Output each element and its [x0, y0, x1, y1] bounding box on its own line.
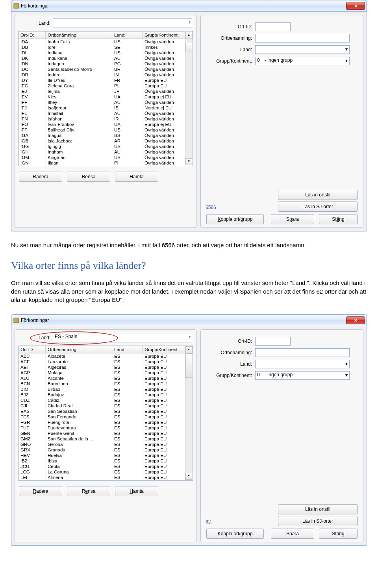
koppla-button[interactable]: Koppla ort/grupp — [206, 529, 264, 539]
table-row[interactable]: ACELanzaroteESEuropa EU — [19, 359, 193, 364]
cell-land: AR — [112, 138, 143, 144]
table-row[interactable]: IFFIffleyAUÖvriga världen — [19, 100, 193, 105]
col-land[interactable]: Land: — [112, 346, 143, 353]
spara-button[interactable]: Spara — [271, 214, 314, 224]
table-row[interactable]: IDNIndagenPGÖvriga världen — [19, 61, 193, 67]
table-row[interactable]: FESSan FernandoESEuropa EU — [19, 414, 193, 420]
table-row[interactable]: IDBIdreSEInrikes — [19, 44, 193, 50]
col-ortben[interactable]: Ortbenämning: — [46, 346, 112, 353]
lasin-ortsfil-button[interactable]: Läs in ortsfil — [278, 504, 358, 514]
scroll-up-icon[interactable]: ▲ — [185, 32, 192, 39]
cell-id: IFL — [19, 111, 46, 116]
table-row[interactable]: IGMKingmanUSÖvriga världen — [19, 155, 193, 160]
input-ortid[interactable] — [255, 337, 291, 346]
close-button[interactable]: ✕ — [346, 316, 365, 324]
table-row[interactable]: IGHInghamAUÖvriga världen — [19, 149, 193, 155]
table-row[interactable]: LCGLa CorunaESEuropa EU — [19, 469, 193, 475]
table-row[interactable]: IFOIvan-FrankovUAEuropa ej EU — [19, 122, 193, 127]
input-ortid[interactable] — [255, 22, 291, 31]
col-ortid[interactable]: Ort-ID: — [19, 31, 46, 39]
cell-id: IBZ — [19, 458, 46, 464]
land-combo[interactable]: ES - Spain▾ — [53, 333, 192, 342]
col-ortben[interactable]: Ortbenämning: — [46, 31, 112, 39]
table-row[interactable]: IGBIsla JacbacciARÖvriga världen — [19, 138, 193, 144]
lasin-ortsfil-button[interactable]: Läs in ortsfil — [278, 190, 358, 200]
table-row[interactable]: GRXGranadaESEuropa EU — [19, 447, 193, 453]
stang-button[interactable]: Stäng — [319, 529, 358, 539]
ort-list[interactable]: Ort-ID: Ortbenämning: Land: Grupp/Kontin… — [18, 346, 193, 481]
table-row[interactable]: JCUCeutaESEuropa EU — [19, 464, 193, 469]
table-row[interactable]: CJICiudad RealESEuropa EU — [19, 403, 193, 409]
table-row[interactable]: IEJIeijmaJPÖvriga världen — [19, 89, 193, 94]
table-row[interactable]: GENPuente GenilESEuropa EU — [19, 431, 193, 436]
table-row[interactable]: HEVHuelvaESEuropa EU — [19, 453, 193, 458]
table-row[interactable]: IDRIndoreINÖvriga världen — [19, 72, 193, 78]
rensa-button[interactable]: Rensa — [67, 172, 110, 182]
ort-list[interactable]: Ort-ID: Ortbenämning: Land: Grupp/Kontin… — [18, 31, 193, 166]
lasin-sj-button[interactable]: Läs in SJ-orter — [278, 516, 358, 526]
input-land[interactable]: ▾ — [255, 360, 350, 368]
table-row[interactable]: IFNIsfahanIRÖvriga världen — [19, 116, 193, 122]
table-row[interactable]: FGRFuengirolaESEuropa EU — [19, 420, 193, 425]
table-row[interactable]: GROGeronaESEuropa EU — [19, 442, 193, 447]
table-row[interactable]: BJZBadajozESEuropa EU — [19, 392, 193, 398]
table-row[interactable]: GMZSan Sebastian de la ...ESEuropa EU — [19, 436, 193, 442]
table-row[interactable]: IGAInaguaBSÖvriga världen — [19, 133, 193, 138]
window-title: Förkortningar — [21, 3, 346, 9]
cell-id: IGA — [19, 133, 46, 138]
lasin-sj-button[interactable]: Läs in SJ-orter — [278, 202, 358, 212]
hamta-button[interactable]: Hämta — [115, 172, 158, 182]
table-row[interactable]: IFJIsafjordurISNorden ej EU — [19, 105, 193, 111]
cell-id: IGN — [19, 160, 46, 166]
table-row[interactable]: AEIAlgecirasESEuropa EU — [19, 364, 193, 370]
input-ortben[interactable] — [255, 348, 350, 357]
table-row[interactable]: BIOBilbaoESEuropa EU — [19, 386, 193, 392]
table-row[interactable]: IFPBullhead CityUSÖvriga världen — [19, 127, 193, 133]
scroll-down-icon[interactable]: ▼ — [185, 158, 192, 165]
input-ortben[interactable] — [255, 34, 350, 43]
radera-button[interactable]: Radera — [19, 172, 62, 182]
col-land[interactable]: Land: — [112, 31, 143, 39]
table-row[interactable]: IDIIndianaUSÖvriga världen — [19, 50, 193, 55]
close-button[interactable]: ✕ — [346, 2, 365, 10]
input-grupp[interactable]: 0 - Ingen grupp ▾ — [255, 57, 350, 65]
radera-button[interactable]: Radera — [19, 486, 62, 496]
table-row[interactable]: IEVKievUAEuropa ej EU — [19, 94, 193, 100]
table-row[interactable]: CDZCadizESEuropa EU — [19, 398, 193, 403]
table-row[interactable]: IDKIndulkanaAUÖvriga världen — [19, 55, 193, 61]
scrollbar[interactable]: ▲ ▼ — [185, 346, 192, 480]
table-row[interactable]: IGNIliganPHÖvriga världen — [19, 160, 193, 166]
col-ortid[interactable]: Ort-ID: — [19, 346, 46, 353]
scroll-down-icon[interactable]: ▼ — [185, 473, 192, 480]
table-row[interactable]: IBZIbizaESEuropa EU — [19, 458, 193, 464]
spara-button[interactable]: Spara — [271, 529, 314, 539]
land-combo[interactable]: ▾ — [53, 18, 192, 28]
svg-rect-1 — [14, 318, 19, 323]
scrollbar[interactable]: ▲ ▼ — [185, 32, 192, 165]
table-row[interactable]: IFLInnisfailAUÖvriga världen — [19, 111, 193, 116]
table-row[interactable]: AGPMalagaESEuropa EU — [19, 370, 193, 375]
table-row[interactable]: IDAIdaho FallsUSÖvriga världen — [19, 39, 193, 44]
rensa-button[interactable]: Rensa — [67, 486, 110, 496]
table-row[interactable]: EASSan SebastianESEuropa EU — [19, 409, 193, 414]
table-row[interactable]: BCNBarcelonaESEuropa EU — [19, 381, 193, 386]
input-grupp[interactable]: 0 - Ingen grupp ▾ — [255, 371, 350, 380]
stang-button[interactable]: Stäng — [319, 214, 358, 224]
table-row[interactable]: IEGZielona GoraPLEuropa EU — [19, 83, 193, 89]
table-row[interactable]: ABCAlbaceteESEuropa EU — [19, 353, 193, 359]
scroll-thumb[interactable] — [185, 353, 192, 378]
table-row[interactable]: ALCAlicanteESEuropa EU — [19, 375, 193, 381]
table-row[interactable]: FUEFuerteventuraESEuropa EU — [19, 425, 193, 431]
dropdown-icon: ▾ — [345, 46, 348, 52]
titlebar: Förkortningar ✕ — [11, 0, 367, 12]
cell-land: JP — [112, 89, 143, 94]
input-land[interactable]: ▾ — [255, 45, 350, 54]
scroll-thumb[interactable] — [185, 43, 192, 52]
koppla-button[interactable]: Koppla ort/grupp — [206, 214, 264, 224]
hamta-button[interactable]: Hämta — [115, 486, 158, 496]
table-row[interactable]: LEIAlmeriaESEuropa EU — [19, 475, 193, 480]
table-row[interactable]: IGGIgiugigUSÖvriga världen — [19, 144, 193, 149]
table-row[interactable]: IDOSanta Isabel do MorroBRÖvriga världen — [19, 67, 193, 72]
table-row[interactable]: IDYIle D'YeuFREuropa EU — [19, 78, 193, 83]
scroll-up-icon[interactable]: ▲ — [185, 346, 192, 353]
